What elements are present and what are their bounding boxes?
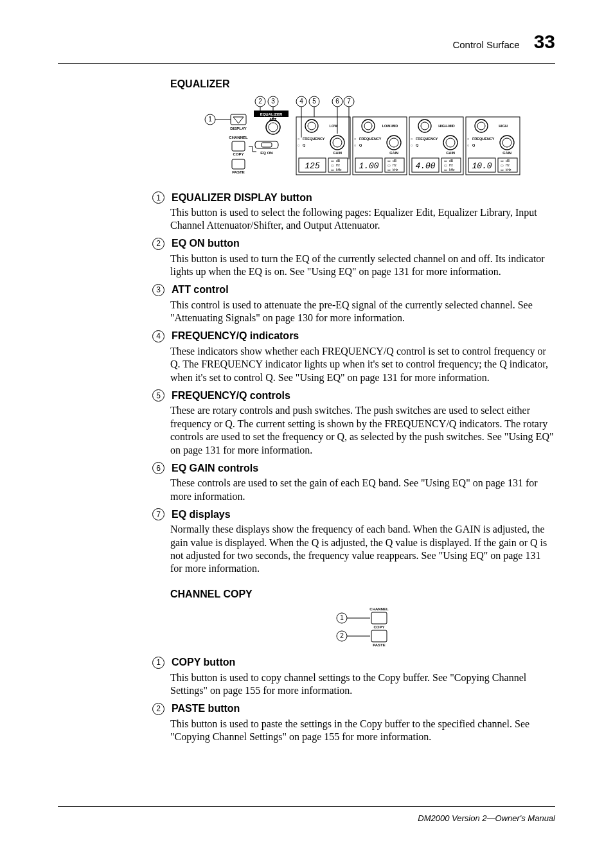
equalizer-heading: EQUALIZER (170, 78, 555, 90)
svg-text:kHz: kHz (393, 168, 398, 172)
cc-item-2-title: PASTE button (172, 703, 240, 714)
svg-text:▭: ▭ (331, 159, 334, 163)
marker-4: 4 (152, 330, 164, 342)
svg-point-61 (387, 136, 401, 150)
svg-text:Q: Q (416, 143, 419, 147)
page-header: Control Surface 33 (452, 31, 555, 53)
cc-paste-button-icon (371, 630, 387, 642)
callout-1: 1 (205, 114, 231, 125)
header-rule (58, 63, 555, 64)
svg-text:Q: Q (359, 143, 362, 147)
svg-point-42 (333, 138, 342, 147)
eq-item-4-body: These indicators show whether each FREQU… (170, 345, 555, 384)
eq-item-2-title: EQ ON button (172, 238, 240, 249)
svg-text:○: ○ (467, 137, 469, 141)
svg-text:○: ○ (354, 137, 356, 141)
svg-text:kHz: kHz (336, 168, 342, 172)
svg-point-81 (443, 136, 458, 150)
eq-item-6-title: EQ GAIN controls (172, 463, 258, 474)
att-knob-icon: ATT. (266, 118, 280, 134)
eq-item-3-title: ATT control (172, 284, 229, 296)
svg-text:▭: ▭ (444, 159, 447, 163)
eq-item-1: 1 EQUALIZER DISPLAY button This button i… (170, 191, 555, 233)
svg-point-75 (421, 122, 429, 130)
eq-item-2-body: This button is used to turn the EQ of th… (170, 252, 555, 279)
cc-item-1-body: This button is used to copy channel sett… (170, 671, 555, 698)
svg-text:FREQUENCY: FREQUENCY (472, 137, 495, 141)
svg-text:EQUALIZER: EQUALIZER (260, 112, 283, 116)
svg-point-54 (362, 120, 375, 132)
eq-item-2: 2 EQ ON button This button is used to tu… (170, 238, 555, 279)
content-area: EQUALIZER 1 2 3 (58, 72, 555, 747)
equalizer-diagram: 1 2 3 4 5 (202, 95, 524, 185)
svg-point-26 (266, 120, 280, 134)
svg-text:▭: ▭ (331, 168, 334, 172)
channel-copy-diagram: CHANNEL 1 COPY 2 PASTE (328, 605, 398, 650)
eq-item-7: 7 EQ displays Normally these displays sh… (170, 508, 555, 576)
page-footer: DM2000 Version 2—Owner's Manual (58, 806, 555, 823)
footer-rule (58, 806, 555, 807)
eq-on-label: EQ ON (260, 151, 272, 155)
page: Control Surface 33 EQUALIZER 1 2 (0, 0, 613, 868)
svg-text:4: 4 (299, 98, 303, 105)
cc-item-2-body: This button is used to paste the setting… (170, 718, 555, 744)
eq-band-high-mid: HIGH-MID ○ FREQUENCY ○ Q GAIN 4.00 ▭dB ▭… (409, 117, 463, 175)
svg-text:▭: ▭ (331, 163, 334, 167)
svg-text:GAIN: GAIN (389, 151, 398, 155)
marker-1: 1 (152, 191, 164, 204)
svg-point-34 (305, 120, 318, 132)
eq-item-4-title: FREQUENCY/Q indicators (172, 330, 299, 342)
svg-point-74 (418, 120, 431, 132)
svg-point-95 (477, 122, 485, 130)
marker-3: 3 (152, 284, 164, 296)
header-page-number: 33 (534, 31, 555, 53)
footer-text: DM2000 Version 2—Owner's Manual (58, 813, 555, 823)
cc-item-1-title: COPY button (172, 657, 235, 668)
svg-text:4.00: 4.00 (415, 161, 435, 171)
svg-text:FREQUENCY: FREQUENCY (416, 137, 438, 141)
svg-text:GAIN: GAIN (333, 151, 342, 155)
eq-band-high: HIGH ○ FREQUENCY ○ Q GAIN 10.0 ▭dB ▭Hz ▭… (466, 117, 520, 175)
svg-text:LOW-MID: LOW-MID (382, 124, 398, 128)
eq-item-4: 4 FREQUENCY/Q indicators These indicator… (170, 330, 555, 384)
cc-copy-button-icon (371, 612, 387, 624)
eq-item-5: 5 FREQUENCY/Q controls These are rotary … (170, 389, 555, 457)
eq-item-7-body: Normally these displays show the frequen… (170, 523, 555, 576)
svg-point-35 (308, 122, 315, 130)
paste-button-icon (232, 159, 245, 169)
svg-text:125: 125 (305, 161, 320, 171)
marker-2: 2 (152, 238, 164, 250)
svg-text:Hz: Hz (393, 163, 397, 167)
cc-channel-label: CHANNEL (369, 607, 389, 611)
eq-item-1-title: EQUALIZER DISPLAY button (172, 192, 312, 204)
marker-7: 7 (152, 508, 164, 520)
cc-item-2: 2 PASTE button This button is used to pa… (170, 703, 555, 744)
svg-text:dB: dB (393, 159, 397, 163)
cc-copy-label: COPY (373, 625, 384, 629)
svg-text:1: 1 (208, 116, 212, 123)
svg-text:dB: dB (449, 159, 454, 163)
eq-item-1-body: This button is used to select the follow… (170, 206, 555, 233)
svg-text:2: 2 (340, 632, 344, 639)
svg-text:Q: Q (303, 143, 306, 147)
callout-5: 5 (309, 96, 319, 117)
svg-text:Hz: Hz (449, 163, 454, 167)
svg-text:▭: ▭ (444, 168, 447, 172)
eq-band-low: LOW ○ FREQUENCY ○ Q GAIN 125 ▭dB ▭Hz ▭kH… (296, 117, 350, 175)
svg-text:○: ○ (411, 143, 413, 147)
svg-text:▭: ▭ (387, 163, 391, 167)
svg-text:▭: ▭ (444, 163, 447, 167)
svg-point-82 (446, 138, 455, 147)
eq-item-6-body: These controls are used to set the gain … (170, 477, 555, 503)
eq-item-7-title: EQ displays (172, 509, 231, 520)
svg-text:7: 7 (347, 98, 351, 105)
svg-point-55 (364, 122, 372, 130)
eq-item-5-title: FREQUENCY/Q controls (172, 390, 290, 402)
svg-text:2: 2 (258, 98, 262, 105)
eq-bands: LOW ○ FREQUENCY ○ Q GAIN 125 ▭dB ▭Hz ▭kH… (296, 117, 520, 175)
svg-text:▭: ▭ (501, 163, 504, 167)
svg-text:▭: ▭ (501, 168, 504, 172)
cc-marker-2: 2 (152, 703, 164, 715)
marker-5: 5 (152, 389, 164, 402)
svg-text:Q: Q (472, 143, 475, 147)
